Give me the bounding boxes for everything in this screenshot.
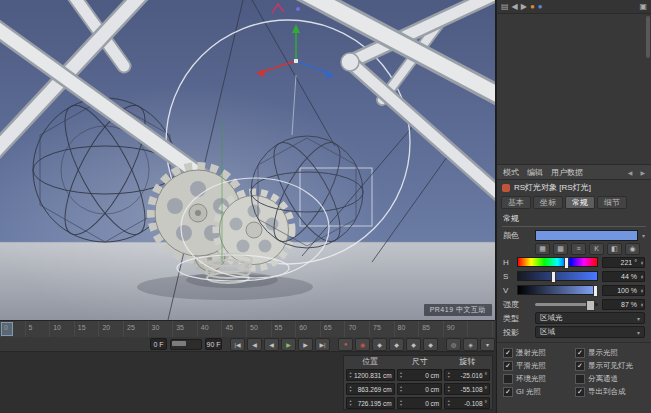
record-keyframe-button[interactable]: ● xyxy=(338,338,353,351)
field-spinner[interactable]: ▴▾ xyxy=(445,371,452,379)
goto-start-button[interactable]: |◀ xyxy=(230,338,245,351)
frame-end-field[interactable]: 90 F xyxy=(205,338,222,350)
viewport-3d[interactable]: PR419 中文互助 xyxy=(0,0,496,320)
tab-基本[interactable]: 基本 xyxy=(501,196,531,209)
picker-icon[interactable]: ◉ xyxy=(625,243,640,255)
coords-size-field-1[interactable]: ▴▾0 cm xyxy=(397,383,443,395)
record-rotation-toggle[interactable]: ◆ xyxy=(406,338,421,351)
autokeying-toggle[interactable]: ◉ xyxy=(355,338,370,351)
coords-pos-field-2[interactable]: ▴▾726.195 cm xyxy=(346,397,395,409)
scrollbar-thumb[interactable] xyxy=(646,16,650,58)
attribute-menu-item[interactable]: 模式 xyxy=(503,167,519,178)
history-back-icon[interactable]: ◀ xyxy=(512,1,518,13)
history-forward-icon[interactable]: ▶ xyxy=(640,169,645,176)
prev-key-button[interactable]: ◀ xyxy=(247,338,262,351)
coords-size-field-2[interactable]: ▴▾0 cm xyxy=(397,397,443,409)
show-illumination-checkbox[interactable]: ✓显示光照 xyxy=(575,347,645,358)
tab-细节[interactable]: 细节 xyxy=(597,196,627,209)
lock-icon[interactable]: ▣ xyxy=(639,1,647,13)
specular-checkbox[interactable]: ✓平滑光照 xyxy=(503,360,575,371)
spectrum-icon[interactable]: ▩ xyxy=(553,243,568,255)
field-spinner[interactable]: ▴▾ xyxy=(398,385,405,393)
timeline-tick: 25 xyxy=(127,324,135,331)
checkbox-label: 环境光照 xyxy=(516,374,546,384)
history-forward-icon[interactable]: ▶ xyxy=(521,1,527,13)
hue-slider[interactable] xyxy=(517,257,598,267)
separate-pass-checkbox[interactable]: 分离通道 xyxy=(575,373,645,384)
material-blue-dot-icon[interactable]: ● xyxy=(538,1,543,13)
next-frame-button[interactable]: ▶ xyxy=(298,338,313,351)
chevron-down-icon[interactable]: ▾ xyxy=(642,232,645,239)
show-visible-light-checkbox[interactable]: ✓显示可见灯光 xyxy=(575,360,645,371)
value-slider[interactable] xyxy=(517,285,598,295)
record-position-toggle[interactable]: ◆ xyxy=(372,338,387,351)
record-scale-toggle[interactable]: ◆ xyxy=(389,338,404,351)
hue-slider-value-field[interactable]: 221 ° xyxy=(602,257,645,268)
mixer-icon[interactable]: ◧ xyxy=(607,243,622,255)
field-spinner[interactable]: ▴▾ xyxy=(398,399,405,407)
hue-slider-label: H xyxy=(503,258,513,267)
intensity-slider[interactable] xyxy=(535,303,598,306)
coords-column-rot: 旋转▴▾-25.016 °▴▾-55.108 °▴▾-0.108 ° xyxy=(444,357,490,409)
coords-header-size[interactable]: 尺寸 xyxy=(397,357,443,367)
export-to-compositing-checkbox[interactable]: ✓导出到合成 xyxy=(575,386,645,397)
frame-start-field[interactable]: 0 F xyxy=(150,338,167,350)
tab-常规[interactable]: 常规 xyxy=(565,196,595,209)
swatch-grid-icon[interactable]: ▦ xyxy=(535,243,550,255)
record-parameter-toggle[interactable]: ◆ xyxy=(423,338,438,351)
sliders-icon[interactable]: ≡ xyxy=(571,243,586,255)
coords-pos-field-1[interactable]: ▴▾863.269 cm xyxy=(346,383,395,395)
coords-value: -25.016 ° xyxy=(452,372,489,379)
material-orange-dot-icon[interactable]: ● xyxy=(530,1,535,13)
object-manager-area[interactable] xyxy=(497,14,651,165)
range-handle[interactable] xyxy=(172,341,186,346)
diffuse-checkbox[interactable]: ✓漫射光照 xyxy=(503,347,575,358)
attribute-menu-item[interactable]: 用户数据 xyxy=(551,167,583,178)
snap-toggle[interactable]: ◈ xyxy=(463,338,478,351)
intensity-knob[interactable] xyxy=(586,300,595,311)
ambient-checkbox[interactable]: 环境光照 xyxy=(503,373,575,384)
color-row: 颜色 ▾ xyxy=(497,228,651,242)
shadow-type-value: 区域 xyxy=(540,327,555,337)
timeline-tick: 40 xyxy=(201,324,209,331)
tab-坐标[interactable]: 坐标 xyxy=(533,196,563,209)
history-back-icon[interactable]: ◀ xyxy=(628,169,633,176)
checkbox-box: ✓ xyxy=(503,361,513,371)
saturation-slider[interactable] xyxy=(517,271,598,281)
coords-header-pos[interactable]: 位置 xyxy=(346,357,395,367)
kelvin-icon[interactable]: K xyxy=(589,243,604,255)
light-type-dropdown[interactable]: 区域光 ▾ xyxy=(535,312,645,324)
prev-frame-button[interactable]: ◀ xyxy=(264,338,279,351)
coords-size-field-0[interactable]: ▴▾0 cm xyxy=(397,369,443,381)
coords-rot-field-2[interactable]: ▴▾-0.108 ° xyxy=(444,397,490,409)
intensity-value-field[interactable]: 87 % xyxy=(602,299,645,310)
checkbox-label: 平滑光照 xyxy=(516,361,546,371)
field-spinner[interactable]: ▴▾ xyxy=(445,399,452,407)
shadow-type-dropdown[interactable]: 区域 ▾ xyxy=(535,326,645,338)
field-spinner[interactable]: ▴▾ xyxy=(347,399,354,407)
value-slider-value-field[interactable]: 100 % xyxy=(602,285,645,296)
color-swatch[interactable] xyxy=(535,230,638,241)
attribute-menu-item[interactable]: 编辑 xyxy=(527,167,543,178)
field-spinner[interactable]: ▴▾ xyxy=(398,371,405,379)
field-spinner[interactable]: ▴▾ xyxy=(347,371,354,379)
layout-icon[interactable]: ▤ xyxy=(501,1,509,13)
play-button[interactable]: ▶ xyxy=(281,338,296,351)
playback-options-button[interactable]: ▾ xyxy=(480,338,495,351)
checkbox-label: 漫射光照 xyxy=(516,348,546,358)
saturation-slider-label: S xyxy=(503,272,513,281)
coords-pos-field-0[interactable]: ▴▾1200.831 cm xyxy=(346,369,395,381)
checkbox-label: 显示可见灯光 xyxy=(588,361,633,371)
saturation-slider-value-field[interactable]: 44 % xyxy=(602,271,645,282)
field-spinner[interactable]: ▴▾ xyxy=(347,385,354,393)
solo-toggle[interactable]: ◎ xyxy=(446,338,461,351)
coords-rot-field-0[interactable]: ▴▾-25.016 ° xyxy=(444,369,490,381)
coords-rot-field-1[interactable]: ▴▾-55.108 ° xyxy=(444,383,490,395)
goto-end-button[interactable]: ▶| xyxy=(315,338,330,351)
timeline-ruler[interactable]: 051015202530354045505560657075808590 xyxy=(0,320,495,338)
attributes-panel: ▤◀▶●●▣ 模式编辑用户数据◀▶ RS灯光对象 [RS灯光] 基本坐标常规细节… xyxy=(496,0,651,413)
field-spinner[interactable]: ▴▾ xyxy=(445,385,452,393)
timeline-range-slider[interactable] xyxy=(170,339,202,350)
gi-checkbox[interactable]: ✓GI 光照 xyxy=(503,386,575,397)
coords-header-rot[interactable]: 旋转 xyxy=(444,357,490,367)
